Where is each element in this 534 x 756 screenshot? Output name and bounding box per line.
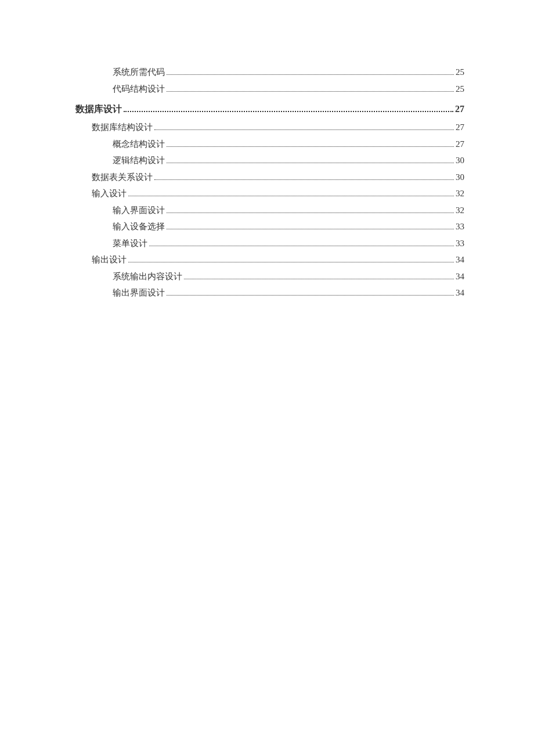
toc-entry: 输入界面设计 32 [113,202,464,219]
toc-leader-dots [167,74,454,75]
toc-title: 输入界面设计 [113,202,165,219]
toc-leader-dots [167,91,454,92]
toc-leader-dots [128,262,454,262]
toc-page-number: 25 [456,81,464,98]
toc-leader-dots [149,246,454,246]
toc-title: 系统输出内容设计 [113,268,182,285]
toc-entry: 数据库结构设计 27 [92,119,464,136]
toc-page-number: 33 [456,218,464,235]
toc-page-number: 25 [456,64,464,81]
toc-page-number: 34 [456,285,464,301]
toc-title: 概念结构设计 [113,136,165,153]
toc-page-number: 30 [456,169,464,186]
toc-entry: 系统输出内容设计 34 [113,268,464,285]
toc-title: 输入设备选择 [113,218,165,235]
toc-title: 逻辑结构设计 [113,152,165,169]
toc-leader-dots [154,179,454,180]
toc-entry: 输出设计 34 [92,251,464,268]
toc-title: 菜单设计 [113,235,147,252]
toc-leader-dots [124,111,453,112]
toc-entry-heading: 数据库设计 27 [75,100,464,118]
toc-title: 输入设计 [92,185,127,202]
toc-leader-dots [184,279,454,279]
toc-leader-dots [167,163,454,163]
toc-title: 输出设计 [92,251,127,268]
toc-title: 数据库结构设计 [92,119,153,136]
toc-page-number: 27 [455,100,464,118]
toc-leader-dots [128,196,454,196]
toc-leader-dots [167,229,454,229]
toc-entry: 系统所需代码 25 [113,64,464,81]
toc-page-number: 32 [456,185,464,202]
toc-title: 输出界面设计 [113,285,165,301]
toc-title: 代码结构设计 [113,81,165,98]
toc-entry: 数据表关系设计 30 [92,169,464,186]
toc-entry: 输入设备选择 33 [113,218,464,235]
toc-page-number: 33 [456,235,464,252]
toc-entry: 输出界面设计 34 [113,285,464,301]
toc-entry: 逻辑结构设计 30 [113,152,464,169]
toc-title: 系统所需代码 [113,64,165,81]
toc-page-number: 27 [456,119,464,136]
toc-entry: 概念结构设计 27 [113,136,464,153]
toc-title: 数据库设计 [75,100,122,118]
toc-page-number: 30 [456,152,464,169]
toc-page-number: 34 [456,251,464,268]
toc-page-number: 34 [456,268,464,285]
toc-title: 数据表关系设计 [92,169,153,186]
toc-leader-dots [167,295,454,296]
toc-page-number: 27 [456,136,464,153]
toc-page-number: 32 [456,202,464,219]
toc-entry: 菜单设计 33 [113,235,464,252]
toc-leader-dots [167,146,454,147]
toc-entry: 输入设计 32 [92,185,464,202]
toc-entry: 代码结构设计 25 [113,81,464,98]
toc-leader-dots [154,129,454,130]
table-of-contents: 系统所需代码 25 代码结构设计 25 数据库设计 27 数据库结构设计 27 … [75,64,464,301]
toc-leader-dots [167,213,454,213]
